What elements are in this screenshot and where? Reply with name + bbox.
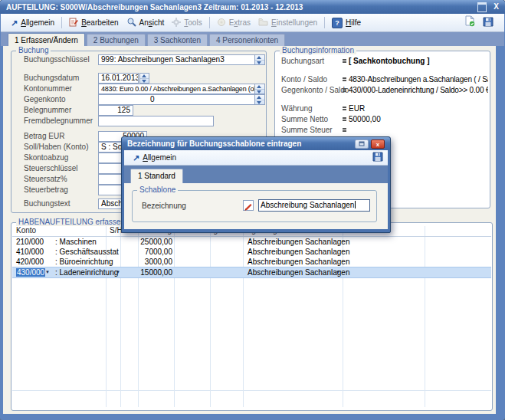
fremdbelegnummer-input[interactable] xyxy=(98,116,214,126)
buchungsart-label: Buchungsart xyxy=(281,57,324,65)
window-title: AUFTEILUNG: S000W/Abschreibungen Sachanl… xyxy=(6,3,303,11)
buchungsdatum-input[interactable]: 16.01.2013 /Mi xyxy=(98,73,139,84)
table-row-selected[interactable]: 430/000 ▼ : Ladeneinrichtung ▼ 15000,00 … xyxy=(12,267,491,278)
soll-haben-label: Soll/Haben (Konto) xyxy=(24,143,89,151)
bullet-icon xyxy=(343,117,346,119)
edit-pencil-icon[interactable] xyxy=(243,200,254,211)
menu-ansicht[interactable]: Ansicht xyxy=(123,15,169,30)
steuerbetrag-label: Steuerbetrag xyxy=(24,185,68,194)
restore-icon[interactable] xyxy=(477,2,487,12)
dialog-tab-strip: 1 Standard xyxy=(124,166,388,183)
summe-netto-value: 50000,00 xyxy=(349,115,381,123)
menu-tools-label: Tools xyxy=(184,18,202,27)
schablone-groupbox: Schablone Bezeichnung Abschreibung Sacha… xyxy=(132,190,377,222)
bezeichnung-input[interactable]: Abschreibung Sachanlagen xyxy=(258,199,370,212)
fremdbelegnummer-label: Fremdbelegnummer xyxy=(24,116,93,125)
menu-tools: Tools xyxy=(168,16,205,30)
cell-netto: 7000,00 xyxy=(127,247,172,257)
table-row[interactable]: 420/000 : Büroeinrichtung 3000,00 Abschr… xyxy=(12,257,491,267)
dialog-tab-standard[interactable]: 1 Standard xyxy=(130,169,183,183)
buchungsschluessel-combo[interactable]: 999: Abschreibungen Sachanlagen3 xyxy=(98,54,265,65)
betrag-eur-label: Betrag EUR xyxy=(24,132,64,140)
toolbar-separator xyxy=(324,17,325,28)
tab-erfassen-aendern[interactable]: 1 Erfassen/Ändern xyxy=(8,33,85,46)
cell-name: : Maschinen xyxy=(55,237,97,247)
menu-einstellungen: Einstellungen xyxy=(254,16,321,29)
spinner-icon[interactable] xyxy=(254,95,264,104)
cell-konto: 420/000 xyxy=(16,257,44,267)
bullet-icon xyxy=(343,88,346,90)
toolbar-separator xyxy=(61,17,62,28)
buchungsschluessel-value: 999: Abschreibungen Sachanlagen3 xyxy=(101,55,225,64)
spinner-icon[interactable] xyxy=(254,84,264,94)
bullet-icon xyxy=(343,59,346,61)
belegnummer-input[interactable]: 125 xyxy=(98,105,133,116)
buchungsinformation-group-title: Buchungsinformation xyxy=(280,46,356,54)
arrow-ne-icon: ↗ xyxy=(133,154,139,162)
dialog-titlebar[interactable]: Bezeichnung für Buchungsschablone eintra… xyxy=(122,137,390,150)
toolbar: ↗ Allgemein Bearbeiten Ansicht Tools Ext… xyxy=(1,14,504,32)
konto-saldo-label: Konto / Saldo xyxy=(281,75,327,84)
menu-hilfe-label: Hilfe xyxy=(346,18,361,27)
bezeichnung-label: Bezeichnung xyxy=(142,202,186,210)
table-row[interactable]: 410/000 : Geschäftsausstat 7000,00 Absch… xyxy=(12,247,491,257)
habenaufteilung-group-title: HABENAUFTEILUNG erfassen xyxy=(16,218,127,226)
menu-extras-label: Extras xyxy=(229,18,251,27)
buchungstext-label: Buchungstext xyxy=(24,199,71,208)
magnifier-icon xyxy=(126,17,136,28)
menu-hilfe[interactable]: ? Hilfe xyxy=(328,16,365,30)
menu-bearbeiten[interactable]: Bearbeiten xyxy=(65,15,122,30)
dropdown-arrow-icon[interactable]: ▼ xyxy=(45,267,50,277)
menu-allgemein[interactable]: ↗ Allgemein xyxy=(7,17,58,28)
text-cursor xyxy=(355,201,356,208)
spinner-icon[interactable] xyxy=(254,55,264,64)
dropdown-arrow-icon[interactable]: ▼ xyxy=(116,267,120,277)
app-window: AUFTEILUNG: S000W/Abschreibungen Sachanl… xyxy=(0,0,505,420)
tab-strip: 1 Erfassen/Ändern 2 Buchungen 3 Sachkont… xyxy=(1,32,504,46)
kontonummer-value: 4830: Euro 0.00 / Abschreibungen a.Sacha… xyxy=(101,84,254,94)
close-icon[interactable]: X xyxy=(494,3,499,11)
dialog-restore-icon[interactable] xyxy=(355,139,369,149)
spinner-icon[interactable] xyxy=(139,73,149,84)
cell-buchungstext: Abschreibungen Sachanlagen xyxy=(248,267,349,277)
buchungsschluessel-label: Buchungsschlüssel xyxy=(24,55,90,64)
skontoabzug-label: Skontoabzug xyxy=(24,153,68,162)
kontonummer-combo[interactable]: 4830: Euro 0.00 / Abschreibungen a.Sacha… xyxy=(98,84,265,94)
cell-name: : Büroeinrichtung xyxy=(55,257,113,267)
dialog-toolbar: ↗ Allgemein xyxy=(124,150,388,166)
buchung-group-title: Buchung xyxy=(16,46,51,54)
kontonummer-label: Kontonummer xyxy=(24,84,72,93)
dialog-buchungsschablone: Bezeichnung für Buchungsschablone eintra… xyxy=(121,136,391,233)
column-header-konto[interactable]: Konto xyxy=(16,226,36,235)
belegnummer-value: 125 xyxy=(117,106,130,114)
bullet-icon xyxy=(343,128,346,130)
window-titlebar[interactable]: AUFTEILUNG: S000W/Abschreibungen Sachanl… xyxy=(0,0,505,14)
summe-netto-label: Summe Netto xyxy=(281,115,328,123)
steuersatz-label: Steuersatz% xyxy=(24,175,67,183)
cell-netto: 3000,00 xyxy=(127,257,172,267)
tab-buchungen[interactable]: 2 Buchungen xyxy=(87,34,146,46)
cell-netto: 25000,00 xyxy=(127,237,172,247)
dialog-close-icon[interactable]: x xyxy=(371,139,385,149)
save-button[interactable] xyxy=(483,16,494,30)
dropdown-arrow-icon[interactable]: ▼ xyxy=(336,267,340,277)
tab-personenkonten[interactable]: 4 Personenkonten xyxy=(209,34,285,46)
dialog-title: Bezeichnung für Buchungsschablone eintra… xyxy=(127,139,301,148)
help-icon: ? xyxy=(332,18,343,28)
gegenkonto-combo[interactable]: 0 xyxy=(98,94,265,105)
new-document-button[interactable] xyxy=(464,15,475,30)
cell-konto-selected[interactable]: 430/000 xyxy=(16,267,44,277)
tab-sachkonten[interactable]: 3 Sachkonten xyxy=(147,34,208,46)
table-row[interactable]: 210/000 : Maschinen 25000,00 Abschreibun… xyxy=(12,237,491,247)
cell-konto: 410/000 xyxy=(16,247,44,257)
menu-bearbeiten-label: Bearbeiten xyxy=(81,18,118,27)
dialog-save-button[interactable] xyxy=(372,151,383,165)
arrow-ne-icon: ↗ xyxy=(11,19,18,27)
gegenkonto-saldo-value: 430/000-Ladeneinrichtung / Saldo>> 0.00 … xyxy=(349,86,488,94)
grid-line xyxy=(12,390,491,391)
dialog-menu-allgemein[interactable]: ↗ Allgemein xyxy=(129,152,180,163)
bezeichnung-value: Abschreibung Sachanlagen xyxy=(261,201,354,209)
menu-einstellungen-label: Einstellungen xyxy=(271,18,317,27)
selected-text: 430/000 xyxy=(16,268,45,277)
waehrung-label: Währung xyxy=(281,104,313,113)
